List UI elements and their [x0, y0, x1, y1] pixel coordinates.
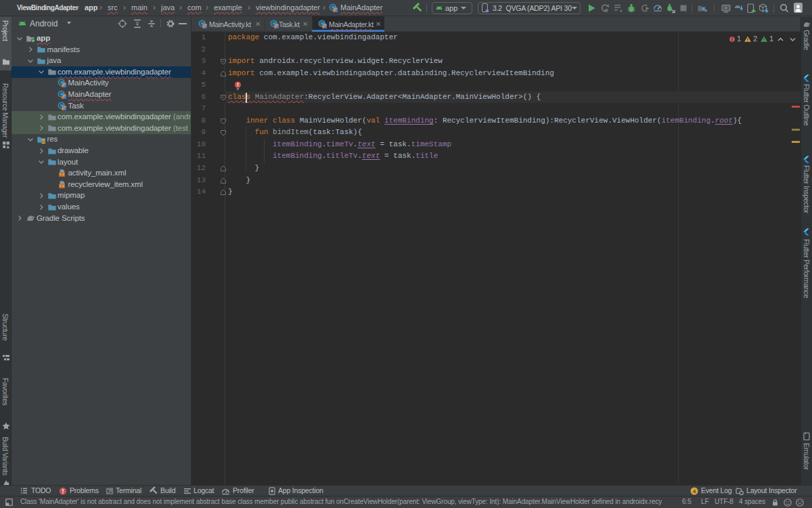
svg-text:4: 4	[693, 488, 696, 494]
svg-text:A: A	[604, 8, 608, 13]
